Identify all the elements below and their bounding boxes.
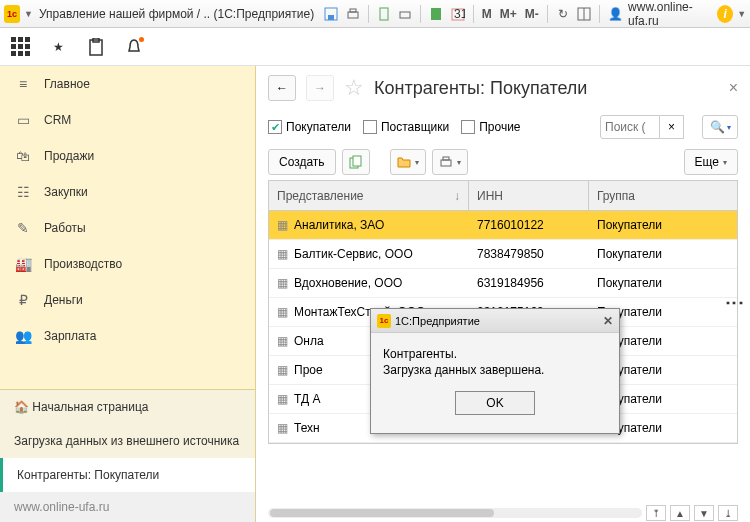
- table-row[interactable]: ▦Балтик-Сервис, ООО7838479850Покупатели: [269, 240, 737, 269]
- info-icon[interactable]: i: [717, 5, 733, 23]
- window-title: Управление нашей фирмой / .. (1С:Предпри…: [39, 7, 314, 21]
- sidebar-item[interactable]: 🏭Производство: [0, 246, 255, 282]
- row-icon: ▦: [277, 334, 288, 348]
- row-group: Покупатели: [589, 247, 737, 261]
- info-dropdown[interactable]: ▼: [737, 9, 746, 19]
- scroll-up-icon[interactable]: ▲: [670, 505, 690, 521]
- modal-text-2: Загрузка данных завершена.: [383, 363, 607, 377]
- nav-label: Производство: [44, 257, 122, 271]
- checkbox-icon: [363, 120, 377, 134]
- calc-icon[interactable]: [427, 4, 445, 24]
- doc-icon[interactable]: [375, 4, 393, 24]
- print-button[interactable]: ▾: [432, 149, 468, 175]
- scroll-bottom-icon[interactable]: ⤓: [718, 505, 738, 521]
- row-name: Прое: [294, 363, 323, 377]
- user-icon[interactable]: 👤: [606, 4, 624, 24]
- row-name: Техн: [294, 421, 320, 435]
- svg-rect-16: [443, 157, 449, 160]
- filter-label: Покупатели: [286, 120, 351, 134]
- refresh-icon[interactable]: ↻: [554, 4, 572, 24]
- col-group[interactable]: Группа: [589, 181, 737, 210]
- col-name[interactable]: Представление↓: [269, 181, 469, 210]
- filter-checkbox[interactable]: ✔Покупатели: [268, 120, 351, 134]
- memory-mplus[interactable]: M+: [498, 7, 519, 21]
- search-clear-button[interactable]: ×: [660, 115, 684, 139]
- more-button[interactable]: Еще▾: [684, 149, 738, 175]
- row-icon: ▦: [277, 276, 288, 290]
- scrollbar[interactable]: ⤒ ▲ ▼ ⤓: [256, 504, 750, 522]
- modal-ok-button[interactable]: OK: [455, 391, 535, 415]
- home-icon: 🏠: [14, 400, 32, 414]
- calendar-icon[interactable]: 31: [449, 4, 467, 24]
- row-icon: ▦: [277, 305, 288, 319]
- row-icon: ▦: [277, 218, 288, 232]
- checkbox-icon: ✔: [268, 120, 282, 134]
- row-inn: 7716010122: [469, 218, 589, 232]
- favorite-icon[interactable]: ☆: [344, 75, 364, 101]
- svg-rect-15: [441, 160, 451, 166]
- titlebar: 1c ▼ Управление нашей фирмой / .. (1С:Пр…: [0, 0, 750, 28]
- col-inn[interactable]: ИНН: [469, 181, 589, 210]
- clipboard-icon[interactable]: [84, 35, 108, 59]
- copy-button[interactable]: [342, 149, 370, 175]
- memory-mminus[interactable]: M-: [523, 7, 541, 21]
- svg-text:31: 31: [454, 7, 465, 21]
- table-row[interactable]: ▦Аналитика, ЗАО7716010122Покупатели: [269, 211, 737, 240]
- checkbox-icon: [461, 120, 475, 134]
- table-row[interactable]: ▦Вдохновение, ООО6319184956Покупатели: [269, 269, 737, 298]
- row-icon: ▦: [277, 363, 288, 377]
- close-icon[interactable]: ×: [729, 79, 738, 97]
- bottom-nav-item[interactable]: Контрагенты: Покупатели: [0, 458, 255, 492]
- sidebar-item[interactable]: 👥Зарплата: [0, 318, 255, 354]
- forward-button[interactable]: →: [306, 75, 334, 101]
- bell-icon[interactable]: [122, 35, 146, 59]
- app-menu-dropdown[interactable]: ▼: [24, 9, 33, 19]
- sidebar-item[interactable]: ☷Закупки: [0, 174, 255, 210]
- iconbar: ★: [0, 28, 750, 66]
- side-menu-icon[interactable]: ⋮: [724, 294, 746, 312]
- svg-rect-4: [380, 8, 388, 20]
- save-icon[interactable]: [322, 4, 340, 24]
- print-icon[interactable]: [344, 4, 362, 24]
- folder-button[interactable]: ▾: [390, 149, 426, 175]
- sidebar-item[interactable]: ₽Деньги: [0, 282, 255, 318]
- memory-m[interactable]: M: [480, 7, 494, 21]
- row-inn: 7838479850: [469, 247, 589, 261]
- search-input[interactable]: [600, 115, 660, 139]
- nav-icon: ₽: [14, 292, 32, 308]
- modal-close-icon[interactable]: ✕: [603, 314, 613, 328]
- print2-icon[interactable]: [397, 4, 415, 24]
- app-logo-icon: 1c: [4, 5, 20, 23]
- footer-url: www.online-ufa.ru: [0, 492, 255, 522]
- scroll-top-icon[interactable]: ⤒: [646, 505, 666, 521]
- create-button[interactable]: Создать: [268, 149, 336, 175]
- sidebar-item[interactable]: ▭CRM: [0, 102, 255, 138]
- filter-checkbox[interactable]: Прочие: [461, 120, 520, 134]
- nav-icon: ☷: [14, 184, 32, 200]
- filter-label: Прочие: [479, 120, 520, 134]
- search-button[interactable]: 🔍 ▾: [702, 115, 738, 139]
- main: ← → ☆ Контрагенты: Покупатели × ✔Покупат…: [256, 66, 750, 522]
- sidebar-item[interactable]: 🛍Продажи: [0, 138, 255, 174]
- star-icon[interactable]: ★: [46, 35, 70, 59]
- filter-checkbox[interactable]: Поставщики: [363, 120, 449, 134]
- row-name: Аналитика, ЗАО: [294, 218, 384, 232]
- modal-dialog: 1c 1С:Предприятие ✕ Контрагенты. Загрузк…: [370, 308, 620, 434]
- bottom-nav-item[interactable]: Загрузка данных из внешнего источника: [0, 424, 255, 458]
- row-group: Покупатели: [589, 218, 737, 232]
- nav-label: Продажи: [44, 149, 94, 163]
- scroll-down-icon[interactable]: ▼: [694, 505, 714, 521]
- row-name: Вдохновение, ООО: [294, 276, 402, 290]
- sidebar-item[interactable]: ≡Главное: [0, 66, 255, 102]
- sidebar-item[interactable]: ✎Работы: [0, 210, 255, 246]
- sidebar: ≡Главное▭CRM🛍Продажи☷Закупки✎Работы🏭Прои…: [0, 66, 256, 522]
- nav-icon: 🛍: [14, 148, 32, 164]
- panel-icon[interactable]: [576, 4, 594, 24]
- filter-label: Поставщики: [381, 120, 449, 134]
- back-button[interactable]: ←: [268, 75, 296, 101]
- bottom-nav-item[interactable]: 🏠 Начальная страница: [0, 390, 255, 424]
- modal-title: 1С:Предприятие: [395, 315, 599, 327]
- apps-icon[interactable]: [8, 35, 32, 59]
- nav-icon: ≡: [14, 76, 32, 92]
- svg-rect-3: [350, 9, 356, 12]
